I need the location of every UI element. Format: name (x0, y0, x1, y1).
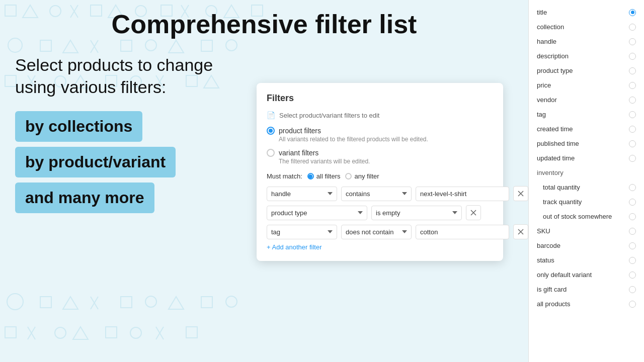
sidebar-radio[interactable] (629, 272, 636, 279)
sidebar-item-is-gift-card[interactable]: is gift card (529, 282, 644, 297)
sidebar-item-status[interactable]: status (529, 253, 644, 267)
filter-info: 📄 Select product/variant filters to edit (267, 111, 493, 119)
sidebar-item-label: product type (537, 67, 573, 74)
sidebar-item-product-type[interactable]: product type (529, 63, 644, 78)
sidebar-radio[interactable] (629, 301, 636, 308)
all-filters-radio[interactable] (307, 173, 314, 179)
sidebar-item-label: description (537, 52, 569, 60)
sidebar-radio[interactable] (629, 9, 636, 16)
must-match-label: Must match: (267, 172, 302, 180)
sidebar-item-label: vendor (537, 96, 557, 104)
filter-info-text: Select product/variant filters to edit (279, 112, 379, 119)
any-filter-option[interactable]: any filter (345, 172, 379, 180)
filter-value-3[interactable] (416, 225, 509, 239)
highlight-text-1: by collections (25, 117, 132, 135)
sidebar-item-label: title (537, 9, 547, 16)
filter-field-1[interactable]: handle (267, 187, 337, 201)
filter-value-1[interactable] (416, 187, 509, 201)
filter-row-2: product type is empty (267, 205, 493, 220)
sidebar-radio[interactable] (629, 38, 636, 45)
all-filters-option[interactable]: all filters (307, 172, 341, 180)
sidebar-item-label: price (537, 81, 551, 89)
product-filters-label: product filters (279, 127, 321, 135)
filter-panel: Filters 📄 Select product/variant filters… (257, 83, 503, 261)
sidebar-radio[interactable] (629, 184, 636, 191)
sidebar-radio[interactable] (629, 199, 636, 206)
sidebar-item-label: status (537, 256, 554, 264)
sidebar-item-label: SKU (537, 227, 550, 235)
variant-filters-option[interactable]: variant filters The filtered variants wi… (267, 149, 493, 165)
sidebar-item-published-time[interactable]: published time (529, 136, 644, 151)
highlight-text-3: and many more (25, 189, 144, 207)
highlight-box-3: and many more (15, 183, 154, 213)
sidebar-item-tag[interactable]: tag (529, 107, 644, 122)
sidebar-item-barcode[interactable]: barcode (529, 238, 644, 253)
sidebar-item-updated-time[interactable]: updated time (529, 151, 644, 165)
sidebar-item-label: updated time (537, 154, 575, 162)
variant-filters-radio[interactable] (267, 149, 275, 157)
filter-operator-3[interactable]: does not contain (341, 225, 412, 239)
filter-row-1: handle contains (267, 186, 493, 201)
variant-filters-label: variant filters (279, 149, 318, 157)
sidebar-item-label: is gift card (537, 286, 567, 293)
sidebar-radio[interactable] (629, 155, 636, 162)
product-filters-option[interactable]: product filters All variants related to … (267, 127, 493, 143)
product-filters-desc: All variants related to the filtered pro… (279, 136, 493, 143)
filter-operator-2[interactable]: is empty (371, 206, 462, 220)
sidebar-item-out-of-stock-somewhere[interactable]: out of stock somewhere (529, 209, 644, 224)
filter-row-3: tag does not contain (267, 224, 493, 239)
any-filter-radio[interactable] (345, 173, 352, 179)
sidebar-item-track-quantity[interactable]: track quantity (529, 195, 644, 209)
add-filter-button[interactable]: + Add another filter (267, 243, 322, 251)
sidebar-item-vendor[interactable]: vendor (529, 93, 644, 107)
sidebar-header-label: inventory (537, 169, 564, 176)
sidebar-item-label: handle (537, 38, 556, 45)
add-filter-label: + Add another filter (267, 243, 322, 251)
sidebar-item-handle[interactable]: handle (529, 34, 644, 49)
sidebar-item-description[interactable]: description (529, 49, 644, 63)
page: Comprehensive filter list Select product… (0, 0, 644, 362)
sidebar-item-label: barcode (537, 242, 560, 249)
sidebar-radio[interactable] (629, 24, 636, 31)
highlight-box-1: by collections (15, 111, 142, 142)
sidebar-radio[interactable] (629, 228, 636, 235)
sidebar-radio[interactable] (629, 53, 636, 60)
sidebar-radio[interactable] (629, 140, 636, 147)
delete-filter-3[interactable] (513, 224, 528, 239)
sidebar-radio[interactable] (629, 286, 636, 293)
sidebar-item-title[interactable]: title (529, 5, 644, 20)
variant-filters-desc: The filtered variants will be edited. (279, 158, 493, 165)
must-match-row: Must match: all filters any filter (267, 172, 493, 180)
sidebar-item-collection[interactable]: collection (529, 20, 644, 34)
main-title: Comprehensive filter list (15, 10, 513, 39)
filter-operator-1[interactable]: contains (341, 187, 412, 201)
sidebar-item-SKU[interactable]: SKU (529, 224, 644, 238)
right-sidebar: titlecollectionhandledescriptionproduct … (528, 0, 644, 362)
all-filters-label: all filters (316, 172, 341, 180)
sidebar-item-created-time[interactable]: created time (529, 122, 644, 136)
sidebar-item-label: created time (537, 125, 573, 133)
sidebar-radio[interactable] (629, 111, 636, 118)
highlight-text-2: by product/variant (25, 153, 166, 171)
filter-field-3[interactable]: tag (267, 225, 337, 239)
info-icon: 📄 (267, 111, 275, 119)
sidebar-radio[interactable] (629, 126, 636, 133)
product-filters-radio[interactable] (267, 127, 275, 135)
sidebar-item-total-quantity[interactable]: total quantity (529, 180, 644, 195)
sidebar-item-label: total quantity (543, 184, 580, 191)
sidebar-radio[interactable] (629, 67, 636, 74)
sidebar-item-only-default-variant[interactable]: only default variant (529, 267, 644, 282)
sidebar-item-price[interactable]: price (529, 78, 644, 93)
any-filter-label: any filter (354, 172, 379, 180)
sidebar-items: titlecollectionhandledescriptionproduct … (529, 5, 644, 311)
sidebar-item-all-products[interactable]: all products (529, 297, 644, 311)
delete-filter-1[interactable] (513, 186, 528, 201)
sidebar-radio[interactable] (629, 213, 636, 220)
delete-filter-2[interactable] (466, 205, 481, 220)
sidebar-radio[interactable] (629, 82, 636, 89)
sidebar-radio[interactable] (629, 242, 636, 249)
sidebar-radio[interactable] (629, 257, 636, 264)
sidebar-item-label: published time (537, 140, 579, 147)
filter-field-2[interactable]: product type (267, 206, 367, 220)
sidebar-radio[interactable] (629, 97, 636, 104)
